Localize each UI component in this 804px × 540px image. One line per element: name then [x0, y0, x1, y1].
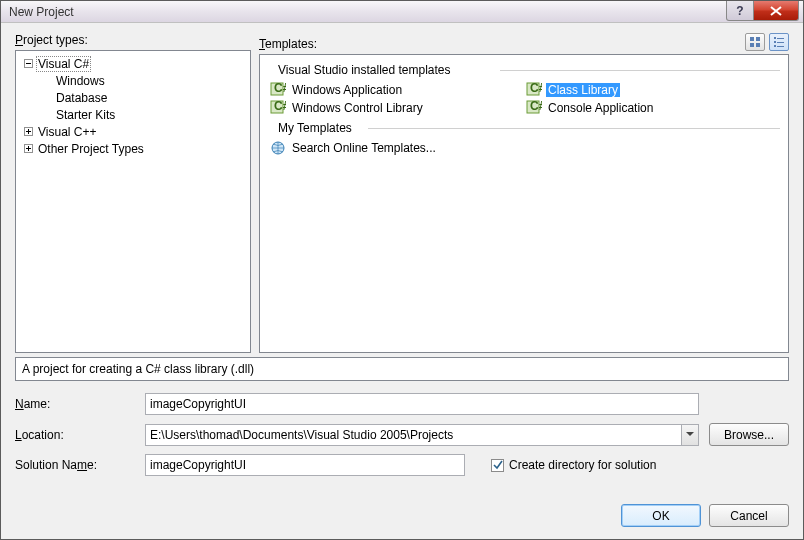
svg-rect-13 — [777, 38, 784, 39]
expand-icon[interactable] — [22, 143, 34, 155]
checkbox-icon — [491, 459, 504, 472]
svg-rect-9 — [756, 37, 760, 41]
svg-rect-15 — [777, 42, 784, 43]
expand-icon[interactable] — [22, 126, 34, 138]
location-input[interactable] — [145, 424, 681, 446]
tree-label: Other Project Types — [36, 142, 146, 156]
templates-list[interactable]: Visual Studio installed templates C# Win… — [259, 54, 789, 353]
ok-button[interactable]: OK — [621, 504, 701, 527]
create-directory-checkbox[interactable]: Create directory for solution — [491, 458, 656, 472]
csharp-project-icon: C# — [526, 100, 542, 116]
template-search-online[interactable]: Search Online Templates... — [268, 139, 780, 157]
tree-children-csharp: Windows Database Starter Kits — [18, 72, 248, 123]
dialog-body: Project types: Visual C# Windows — [1, 23, 803, 539]
csharp-project-icon: C# — [270, 100, 286, 116]
svg-rect-12 — [774, 37, 776, 39]
project-types-label: Project types: — [15, 33, 251, 47]
window-title: New Project — [9, 5, 727, 19]
svg-text:C#: C# — [274, 82, 286, 95]
tree-label: Windows — [54, 74, 107, 88]
location-dropdown-button[interactable] — [681, 424, 699, 446]
window-buttons: ? — [727, 1, 799, 21]
large-icons-icon — [749, 36, 761, 48]
templates-pane: Templates: Visual Studio installed templ… — [259, 33, 789, 353]
help-button[interactable]: ? — [726, 1, 754, 21]
template-windows-application[interactable]: C# Windows Application — [268, 81, 524, 99]
tree-item-visual-csharp[interactable]: Visual C# — [18, 55, 248, 72]
template-row: C# Windows Application C# Windows Contro… — [268, 81, 780, 117]
location-label: Location: — [15, 428, 135, 442]
template-label: Console Application — [546, 101, 655, 115]
tree-item-starter-kits[interactable]: Starter Kits — [36, 106, 248, 123]
project-types-pane: Project types: Visual C# Windows — [15, 33, 251, 353]
project-form: Name: Location: Browse... Solution Name:… — [15, 393, 789, 476]
svg-rect-8 — [750, 37, 754, 41]
tree-label: Database — [54, 91, 109, 105]
name-input[interactable] — [145, 393, 699, 415]
view-buttons — [745, 33, 789, 51]
location-combobox[interactable] — [145, 424, 699, 446]
template-label: Class Library — [546, 83, 620, 97]
csharp-project-icon: C# — [526, 82, 542, 98]
templates-label: Templates: — [259, 37, 745, 51]
project-types-tree[interactable]: Visual C# Windows Database — [15, 50, 251, 353]
tree-label: Visual C# — [36, 56, 91, 72]
create-directory-label: Create directory for solution — [509, 458, 656, 472]
svg-rect-17 — [777, 46, 784, 47]
close-button[interactable] — [753, 1, 799, 21]
globe-icon — [270, 140, 286, 156]
svg-text:C#: C# — [530, 82, 542, 95]
check-icon — [493, 460, 503, 470]
tree-item-other-project-types[interactable]: Other Project Types — [18, 140, 248, 157]
template-group-my: My Templates — [268, 119, 780, 137]
svg-rect-16 — [774, 45, 776, 47]
template-console-application[interactable]: C# Console Application — [524, 99, 780, 117]
close-icon — [770, 6, 782, 16]
template-description: A project for creating a C# class librar… — [15, 357, 789, 381]
svg-rect-10 — [750, 43, 754, 47]
svg-rect-14 — [774, 41, 776, 43]
tree-label: Starter Kits — [54, 108, 117, 122]
small-icons-button[interactable] — [769, 33, 789, 51]
titlebar[interactable]: New Project ? — [1, 1, 803, 23]
tree-item-visual-cpp[interactable]: Visual C++ — [18, 123, 248, 140]
chevron-down-icon — [686, 432, 694, 437]
template-label: Search Online Templates... — [290, 141, 438, 155]
solution-name-input[interactable] — [145, 454, 465, 476]
name-label: Name: — [15, 397, 135, 411]
template-class-library[interactable]: C# Class Library — [524, 81, 780, 99]
templates-header: Templates: — [259, 33, 789, 51]
cancel-button[interactable]: Cancel — [709, 504, 789, 527]
tree-item-windows[interactable]: Windows — [36, 72, 248, 89]
svg-text:C#: C# — [530, 100, 542, 113]
large-icons-button[interactable] — [745, 33, 765, 51]
new-project-dialog: New Project ? Project types: Visual C# — [0, 0, 804, 540]
small-icons-icon — [773, 36, 785, 48]
dialog-footer: OK Cancel — [15, 504, 789, 527]
solution-name-label: Solution Name: — [15, 458, 135, 472]
template-label: Windows Control Library — [290, 101, 425, 115]
template-group-installed: Visual Studio installed templates — [268, 61, 780, 79]
csharp-project-icon: C# — [270, 82, 286, 98]
collapse-icon[interactable] — [22, 58, 34, 70]
svg-text:C#: C# — [274, 100, 286, 113]
upper-panes: Project types: Visual C# Windows — [15, 33, 789, 353]
template-label: Windows Application — [290, 83, 404, 97]
solution-row: Create directory for solution — [145, 454, 699, 476]
tree-item-database[interactable]: Database — [36, 89, 248, 106]
tree-label: Visual C++ — [36, 125, 98, 139]
browse-button[interactable]: Browse... — [709, 423, 789, 446]
svg-rect-11 — [756, 43, 760, 47]
template-windows-control-library[interactable]: C# Windows Control Library — [268, 99, 524, 117]
